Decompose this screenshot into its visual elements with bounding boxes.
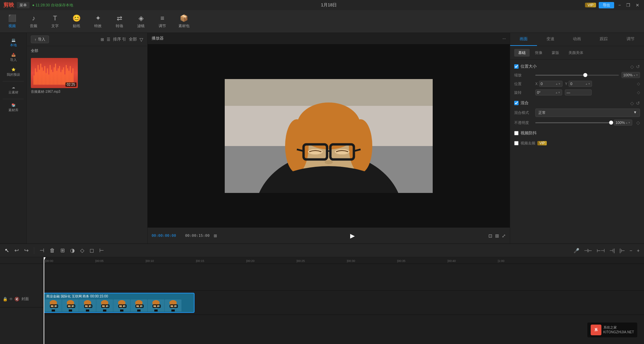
- denoise-vip-badge: VIP: [537, 141, 547, 145]
- toolbar-item-video[interactable]: ⬛ 视频: [5, 14, 19, 28]
- filter-icon[interactable]: ▽: [140, 37, 143, 42]
- sidebar-item-cloud[interactable]: ☁ 云素材: [0, 83, 26, 97]
- fit4-btn[interactable]: |⊢: [619, 247, 626, 254]
- select-tool[interactable]: ↖: [3, 246, 10, 255]
- toolbar-item-text[interactable]: T 文字: [48, 14, 62, 28]
- tab-adjust[interactable]: 调节: [617, 33, 644, 46]
- ruler-mark-20: |00:20: [245, 257, 256, 265]
- import-button[interactable]: ↑ 导入: [31, 36, 49, 43]
- crop-frame-btn[interactable]: ⊡: [488, 233, 492, 238]
- blend-checkbox[interactable]: [514, 101, 519, 105]
- timeline-view-btn[interactable]: ⊞: [214, 233, 217, 238]
- toolbar-item-effect[interactable]: ✦ 特效: [91, 14, 105, 28]
- mic-btn[interactable]: 🎤: [573, 247, 580, 254]
- rotate-dash-value[interactable]: —: [565, 89, 592, 95]
- blend-reset[interactable]: ↺: [636, 100, 640, 106]
- subtab-keying[interactable]: 抠像: [531, 49, 546, 57]
- clip-thumb-8: [165, 299, 181, 312]
- blend-mode-select[interactable]: 正常 ▼: [535, 109, 640, 117]
- video-clip[interactable]: 商业金融 国际化 互联网 商务 00:00:15:00: [44, 293, 195, 313]
- sidebar-item-library[interactable]: 📚 素材库: [0, 100, 26, 115]
- tab-animation[interactable]: 动画: [564, 33, 591, 46]
- zoom-in-btn[interactable]: +: [636, 247, 641, 254]
- transition-icon: ⇄: [117, 14, 122, 22]
- split-btn[interactable]: ⊣: [38, 246, 46, 255]
- trim-btn[interactable]: ⊢: [98, 246, 105, 255]
- media-filter-bar: 全部: [27, 46, 147, 55]
- media-item-audio[interactable]: 02:25 音频素材-1967.mp3: [31, 58, 78, 94]
- ruler-mark-35: |00:35: [396, 257, 407, 265]
- subtab-beauty[interactable]: 美颜美体: [565, 49, 587, 57]
- lock-icon[interactable]: 🔒: [3, 297, 8, 301]
- play-button[interactable]: ▶: [347, 231, 358, 241]
- export-button[interactable]: 导出: [599, 2, 614, 8]
- sort-btn[interactable]: 排序 引: [113, 37, 126, 42]
- toolbar-item-sticker[interactable]: 😊 贴纸: [70, 14, 83, 28]
- fit3-btn[interactable]: ⊣|: [608, 247, 616, 254]
- menu-button[interactable]: 菜单: [17, 2, 30, 8]
- tab-tracking[interactable]: 跟踪: [590, 33, 617, 46]
- opacity-reset-btn[interactable]: ◇: [636, 120, 640, 125]
- denoise-checkbox[interactable]: [514, 141, 519, 145]
- list-view-btn[interactable]: ☰: [107, 37, 110, 42]
- position-size-collapse[interactable]: ◇: [630, 64, 634, 69]
- delete-btn[interactable]: 🗑: [48, 246, 56, 255]
- fit-in-btn[interactable]: ⊣⊢: [583, 247, 593, 254]
- subtab-mask[interactable]: 蒙版: [548, 49, 563, 57]
- stabilization-checkbox[interactable]: [514, 131, 519, 135]
- opacity-slider[interactable]: [535, 122, 611, 123]
- media-name: 音频素材-1967.mp3: [31, 89, 78, 94]
- minimize-button[interactable]: −: [617, 3, 622, 8]
- sidebar-item-local[interactable]: 💻 本地: [0, 36, 26, 50]
- screen-fit-btn[interactable]: ⊞: [495, 233, 499, 238]
- toolbar-item-audio[interactable]: ♪ 音频: [27, 14, 40, 28]
- redo-btn[interactable]: ↪: [23, 246, 30, 255]
- zoom-out-btn[interactable]: −: [629, 247, 633, 254]
- eye-icon[interactable]: 👁: [9, 297, 13, 301]
- fullscreen-btn[interactable]: ⤢: [502, 233, 506, 238]
- audio-icon: ♪: [32, 14, 35, 22]
- filter-btn[interactable]: 全部: [129, 37, 137, 42]
- x-value[interactable]: 0 ▲▼: [539, 81, 562, 87]
- fit-out-btn[interactable]: ⊢⊣: [596, 247, 606, 254]
- opacity-value[interactable]: 100% ▲▼: [614, 120, 632, 126]
- restore-button[interactable]: ❐: [625, 3, 632, 8]
- scale-slider[interactable]: [535, 75, 619, 76]
- rotation-reset-btn[interactable]: ◇: [637, 90, 640, 95]
- position-reset-btn[interactable]: ◇: [637, 81, 640, 86]
- position-size-reset[interactable]: ↺: [636, 64, 640, 69]
- rotate-value[interactable]: 0° ▲▼: [535, 89, 562, 95]
- effect-icon: ✦: [95, 14, 101, 22]
- keyframe-btn[interactable]: ◇: [79, 246, 86, 255]
- y-value[interactable]: 0 ▲▼: [569, 81, 592, 87]
- vip-badge[interactable]: VIP: [585, 3, 596, 7]
- toolbar-label-audio: 音频: [30, 23, 37, 28]
- blend-label: 混合: [521, 100, 529, 106]
- toolbar-item-adjust[interactable]: ≡ 调节: [156, 14, 169, 28]
- player-more-btn[interactable]: ···: [502, 36, 506, 41]
- toolbar-item-material[interactable]: 📦 素材包: [177, 14, 191, 28]
- position-xy: X 0 ▲▼ Y 0 ▲▼: [535, 81, 634, 87]
- subtab-basic[interactable]: 基础: [514, 49, 530, 57]
- tab-speed[interactable]: 变速: [537, 33, 564, 46]
- playhead[interactable]: [44, 257, 44, 344]
- sidebar-item-preset[interactable]: ⭐ 我的预设: [0, 65, 26, 80]
- toolbar-item-transition[interactable]: ⇄ 转场: [113, 14, 126, 28]
- main-video-track: 商业金融 国际化 互联网 商务 00:00:15:00: [44, 291, 644, 315]
- toolbar-item-filter[interactable]: ◈ 滤镜: [134, 14, 148, 28]
- blend-collapse[interactable]: ◇: [630, 100, 634, 106]
- sidebar-item-import[interactable]: 📥 导入: [0, 50, 26, 65]
- mask-btn[interactable]: ◻: [88, 246, 95, 255]
- crop-btn[interactable]: ⊞: [59, 246, 66, 255]
- tab-picture[interactable]: 画面: [510, 33, 537, 46]
- scale-value[interactable]: 100% ▲▼: [622, 72, 640, 78]
- position-size-checkbox[interactable]: [514, 64, 519, 69]
- undo-btn[interactable]: ↩: [13, 246, 20, 255]
- grid-view-btn[interactable]: ⊞: [101, 37, 104, 42]
- close-button[interactable]: ✕: [634, 3, 641, 8]
- preset-icon: ⭐: [11, 68, 15, 71]
- tl-tracks: 商业金融 国际化 互联网 商务 00:00:15:00: [44, 264, 644, 344]
- mute-icon[interactable]: 🔇: [14, 297, 19, 301]
- toolbar-label-text: 文字: [51, 23, 59, 28]
- speed-btn[interactable]: ◑: [69, 246, 76, 255]
